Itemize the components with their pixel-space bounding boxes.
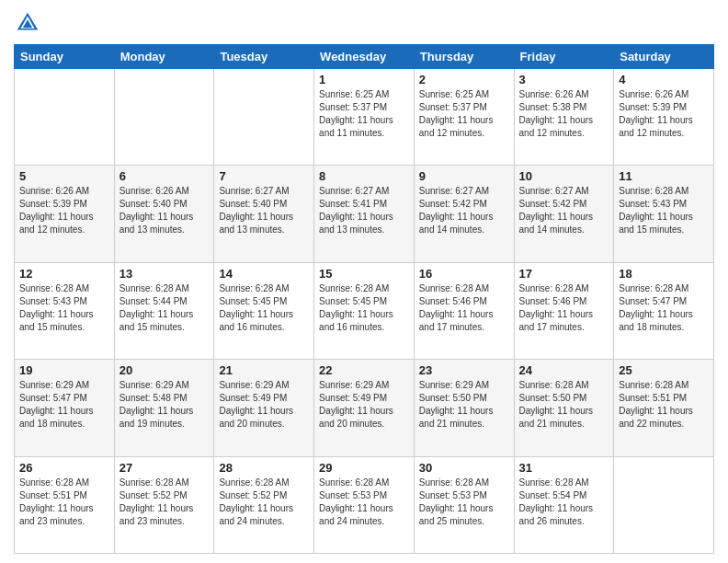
day-info-9: Sunrise: 6:27 AM Sunset: 5:42 PM Dayligh…	[419, 185, 509, 236]
day-header-monday: Monday	[114, 45, 214, 69]
day-cell-21: 21Sunrise: 6:29 AM Sunset: 5:49 PM Dayli…	[214, 360, 314, 456]
day-info-26: Sunrise: 6:28 AM Sunset: 5:51 PM Dayligh…	[19, 477, 109, 528]
day-number-23: 23	[419, 363, 509, 377]
day-info-19: Sunrise: 6:29 AM Sunset: 5:47 PM Dayligh…	[19, 379, 109, 431]
day-cell-6: 6Sunrise: 6:26 AM Sunset: 5:40 PM Daylig…	[114, 166, 214, 262]
day-info-7: Sunrise: 6:27 AM Sunset: 5:40 PM Dayligh…	[219, 185, 309, 236]
day-number-31: 31	[519, 461, 609, 475]
day-header-wednesday: Wednesday	[314, 45, 415, 69]
day-cell-17: 17Sunrise: 6:28 AM Sunset: 5:46 PM Dayli…	[514, 262, 614, 359]
day-info-15: Sunrise: 6:28 AM Sunset: 5:45 PM Dayligh…	[319, 282, 409, 334]
day-number-21: 21	[219, 363, 309, 377]
day-number-13: 13	[119, 267, 210, 281]
day-info-13: Sunrise: 6:28 AM Sunset: 5:44 PM Dayligh…	[119, 282, 210, 334]
day-cell-19: 19Sunrise: 6:29 AM Sunset: 5:47 PM Dayli…	[15, 360, 115, 456]
day-number-6: 6	[119, 169, 210, 183]
day-cell-2: 2Sunrise: 6:25 AM Sunset: 5:37 PM Daylig…	[414, 69, 514, 166]
day-cell-10: 10Sunrise: 6:27 AM Sunset: 5:42 PM Dayli…	[514, 166, 614, 262]
day-info-20: Sunrise: 6:29 AM Sunset: 5:48 PM Dayligh…	[119, 379, 210, 431]
day-cell-3: 3Sunrise: 6:26 AM Sunset: 5:38 PM Daylig…	[514, 69, 614, 166]
day-cell-9: 9Sunrise: 6:27 AM Sunset: 5:42 PM Daylig…	[414, 166, 514, 262]
day-number-16: 16	[419, 267, 509, 281]
day-number-17: 17	[519, 267, 609, 281]
day-header-friday: Friday	[514, 45, 614, 69]
day-header-thursday: Thursday	[414, 45, 514, 69]
day-cell-1: 1Sunrise: 6:25 AM Sunset: 5:37 PM Daylig…	[314, 69, 415, 166]
day-cell-13: 13Sunrise: 6:28 AM Sunset: 5:44 PM Dayli…	[114, 262, 214, 359]
empty-cell	[15, 69, 115, 166]
day-info-5: Sunrise: 6:26 AM Sunset: 5:39 PM Dayligh…	[19, 185, 109, 236]
logo	[14, 9, 45, 37]
day-number-7: 7	[219, 169, 309, 183]
page: SundayMondayTuesdayWednesdayThursdayFrid…	[0, 0, 728, 563]
day-info-16: Sunrise: 6:28 AM Sunset: 5:46 PM Dayligh…	[419, 282, 509, 334]
day-cell-7: 7Sunrise: 6:27 AM Sunset: 5:40 PM Daylig…	[214, 166, 314, 262]
day-number-4: 4	[619, 73, 709, 86]
day-number-8: 8	[319, 169, 409, 183]
day-info-10: Sunrise: 6:27 AM Sunset: 5:42 PM Dayligh…	[519, 185, 609, 236]
day-number-5: 5	[19, 169, 109, 183]
day-cell-24: 24Sunrise: 6:28 AM Sunset: 5:50 PM Dayli…	[514, 360, 614, 456]
day-cell-11: 11Sunrise: 6:28 AM Sunset: 5:43 PM Dayli…	[614, 166, 714, 262]
empty-cell	[114, 69, 214, 166]
empty-cell	[614, 456, 714, 553]
day-number-24: 24	[519, 363, 609, 377]
day-info-11: Sunrise: 6:28 AM Sunset: 5:43 PM Dayligh…	[619, 185, 709, 236]
day-headers-row: SundayMondayTuesdayWednesdayThursdayFrid…	[15, 45, 714, 69]
day-number-26: 26	[19, 461, 109, 475]
day-number-3: 3	[519, 73, 609, 86]
day-number-15: 15	[319, 267, 409, 281]
day-info-12: Sunrise: 6:28 AM Sunset: 5:43 PM Dayligh…	[19, 282, 109, 334]
day-number-10: 10	[519, 169, 609, 183]
day-info-4: Sunrise: 6:26 AM Sunset: 5:39 PM Dayligh…	[619, 88, 709, 140]
day-cell-26: 26Sunrise: 6:28 AM Sunset: 5:51 PM Dayli…	[15, 456, 115, 553]
day-info-31: Sunrise: 6:28 AM Sunset: 5:54 PM Dayligh…	[519, 477, 609, 528]
day-info-1: Sunrise: 6:25 AM Sunset: 5:37 PM Dayligh…	[319, 88, 409, 140]
day-info-23: Sunrise: 6:29 AM Sunset: 5:50 PM Dayligh…	[419, 379, 509, 431]
day-number-9: 9	[419, 169, 509, 183]
day-info-2: Sunrise: 6:25 AM Sunset: 5:37 PM Dayligh…	[419, 88, 509, 140]
logo-icon	[14, 9, 41, 37]
day-number-22: 22	[319, 363, 409, 377]
day-number-19: 19	[19, 363, 109, 377]
day-info-22: Sunrise: 6:29 AM Sunset: 5:49 PM Dayligh…	[319, 379, 409, 431]
week-row-2: 12Sunrise: 6:28 AM Sunset: 5:43 PM Dayli…	[15, 262, 714, 359]
week-row-3: 19Sunrise: 6:29 AM Sunset: 5:47 PM Dayli…	[15, 360, 714, 456]
day-info-14: Sunrise: 6:28 AM Sunset: 5:45 PM Dayligh…	[219, 282, 309, 334]
empty-cell	[214, 69, 314, 166]
day-info-24: Sunrise: 6:28 AM Sunset: 5:50 PM Dayligh…	[519, 379, 609, 431]
day-cell-29: 29Sunrise: 6:28 AM Sunset: 5:53 PM Dayli…	[314, 456, 415, 553]
day-cell-22: 22Sunrise: 6:29 AM Sunset: 5:49 PM Dayli…	[314, 360, 415, 456]
day-info-25: Sunrise: 6:28 AM Sunset: 5:51 PM Dayligh…	[619, 379, 709, 431]
calendar-table: SundayMondayTuesdayWednesdayThursdayFrid…	[14, 44, 714, 554]
day-number-25: 25	[619, 363, 709, 377]
day-info-8: Sunrise: 6:27 AM Sunset: 5:41 PM Dayligh…	[319, 185, 409, 236]
day-number-11: 11	[619, 169, 709, 183]
day-number-30: 30	[419, 461, 509, 475]
day-number-29: 29	[319, 461, 409, 475]
day-number-18: 18	[619, 267, 709, 281]
day-cell-12: 12Sunrise: 6:28 AM Sunset: 5:43 PM Dayli…	[15, 262, 115, 359]
day-cell-16: 16Sunrise: 6:28 AM Sunset: 5:46 PM Dayli…	[414, 262, 514, 359]
week-row-0: 1Sunrise: 6:25 AM Sunset: 5:37 PM Daylig…	[15, 69, 714, 166]
day-info-6: Sunrise: 6:26 AM Sunset: 5:40 PM Dayligh…	[119, 185, 210, 236]
day-cell-4: 4Sunrise: 6:26 AM Sunset: 5:39 PM Daylig…	[614, 69, 714, 166]
day-header-saturday: Saturday	[614, 45, 714, 69]
day-number-28: 28	[219, 461, 309, 475]
day-header-sunday: Sunday	[15, 45, 115, 69]
day-info-30: Sunrise: 6:28 AM Sunset: 5:53 PM Dayligh…	[419, 477, 509, 528]
day-header-tuesday: Tuesday	[214, 45, 314, 69]
day-number-27: 27	[119, 461, 210, 475]
day-cell-25: 25Sunrise: 6:28 AM Sunset: 5:51 PM Dayli…	[614, 360, 714, 456]
day-info-21: Sunrise: 6:29 AM Sunset: 5:49 PM Dayligh…	[219, 379, 309, 431]
day-cell-31: 31Sunrise: 6:28 AM Sunset: 5:54 PM Dayli…	[514, 456, 614, 553]
week-row-4: 26Sunrise: 6:28 AM Sunset: 5:51 PM Dayli…	[15, 456, 714, 553]
day-number-2: 2	[419, 73, 509, 86]
header	[14, 9, 714, 37]
week-row-1: 5Sunrise: 6:26 AM Sunset: 5:39 PM Daylig…	[15, 166, 714, 262]
day-info-28: Sunrise: 6:28 AM Sunset: 5:52 PM Dayligh…	[219, 477, 309, 528]
day-number-1: 1	[319, 73, 409, 86]
day-cell-8: 8Sunrise: 6:27 AM Sunset: 5:41 PM Daylig…	[314, 166, 415, 262]
day-cell-15: 15Sunrise: 6:28 AM Sunset: 5:45 PM Dayli…	[314, 262, 415, 359]
day-number-20: 20	[119, 363, 210, 377]
